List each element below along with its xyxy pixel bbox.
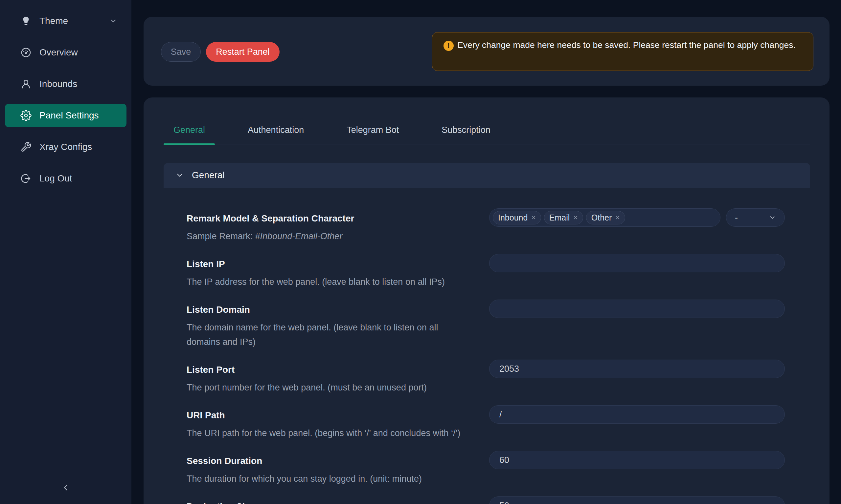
restart-panel-button[interactable]: Restart Panel — [206, 42, 279, 62]
sidebar-item-xray-configs[interactable]: Xray Configs — [5, 135, 126, 159]
sidebar-item-logout[interactable]: Log Out — [5, 167, 126, 190]
chevron-down-icon — [109, 17, 117, 25]
form-row-uri-path: URI Path The URI path for the web panel.… — [187, 405, 785, 440]
listen-port-input[interactable] — [489, 360, 785, 378]
bulb-icon — [20, 15, 32, 27]
form-row-session-duration: Session Duration The duration for which … — [187, 451, 785, 486]
tab-authentication[interactable]: Authentication — [238, 125, 314, 144]
field-label: Listen Domain — [187, 304, 469, 315]
field-description: The domain name for the web panel. (leav… — [187, 320, 469, 349]
form-row-remark: Remark Model & Separation Character Samp… — [187, 209, 785, 244]
toolbar-card: Save Restart Panel ! Every change made h… — [143, 17, 829, 86]
field-description: The URI path for the web panel. (begins … — [187, 426, 469, 440]
chevron-left-icon — [61, 483, 71, 492]
form-row-listen-ip: Listen IP The IP address for the web pan… — [187, 254, 785, 289]
chevron-down-icon — [769, 214, 776, 221]
form-row-listen-domain: Listen Domain The domain name for the we… — [187, 300, 785, 349]
sidebar-item-inbounds[interactable]: Inbounds — [5, 72, 126, 96]
sidebar-item-label: Theme — [39, 16, 68, 26]
separator-select[interactable]: - — [726, 209, 785, 227]
section-title: General — [192, 170, 225, 180]
field-label: Pagination Size — [187, 501, 469, 504]
field-description: The IP address for the web panel. (leave… — [187, 275, 469, 289]
settings-card: General Authentication Telegram Bot Subs… — [143, 97, 829, 504]
close-icon[interactable]: × — [573, 214, 578, 221]
restart-warning-alert: ! Every change made here needs to be sav… — [432, 32, 813, 71]
field-label: Listen IP — [187, 258, 469, 269]
dashboard-icon — [20, 46, 32, 59]
listen-ip-input[interactable] — [489, 254, 785, 272]
sidebar-item-label: Panel Settings — [39, 110, 99, 121]
field-description: Sample Remark: #Inbound-Email-Other — [187, 229, 469, 244]
field-label: Remark Model & Separation Character — [187, 213, 469, 224]
sidebar-item-label: Log Out — [39, 173, 72, 184]
save-button[interactable]: Save — [161, 42, 201, 62]
uri-path-input[interactable] — [489, 405, 785, 424]
tag-email: Email × — [544, 211, 583, 224]
sidebar: Theme Overview — [0, 0, 132, 504]
close-icon[interactable]: × — [615, 214, 620, 221]
session-duration-input[interactable] — [489, 451, 785, 469]
sidebar-item-theme[interactable]: Theme — [5, 9, 126, 33]
sample-remark-value: #Inbound-Email-Other — [255, 231, 343, 241]
field-label: Session Duration — [187, 455, 469, 466]
main-content: Save Restart Panel ! Every change made h… — [132, 0, 841, 504]
form-row-pagination-size: Pagination Size — [187, 497, 785, 504]
gear-icon — [20, 109, 32, 122]
alert-text: Every change made here needs to be saved… — [457, 40, 796, 50]
user-icon — [20, 78, 32, 90]
pagination-size-input[interactable] — [489, 497, 785, 504]
field-description: The port number for the web panel. (must… — [187, 380, 469, 395]
chevron-down-icon — [175, 171, 184, 179]
listen-domain-input[interactable] — [489, 300, 785, 318]
general-section-header[interactable]: General — [164, 163, 810, 188]
app-root: Theme Overview — [0, 0, 841, 504]
remark-model-multiselect[interactable]: Inbound × Email × Other × — [489, 209, 720, 227]
tag-other: Other × — [586, 211, 625, 224]
sidebar-item-label: Inbounds — [39, 79, 77, 89]
close-icon[interactable]: × — [531, 214, 535, 221]
settings-tabs: General Authentication Telegram Bot Subs… — [164, 97, 810, 144]
logout-icon — [20, 172, 32, 185]
tab-general[interactable]: General — [164, 125, 215, 144]
field-label: Listen Port — [187, 364, 469, 375]
general-form: Remark Model & Separation Character Samp… — [164, 188, 810, 504]
sidebar-collapse-button[interactable] — [58, 481, 73, 494]
sidebar-item-panel-settings[interactable]: Panel Settings — [5, 104, 126, 127]
field-description: The duration for which you can stay logg… — [187, 471, 469, 486]
form-row-listen-port: Listen Port The port number for the web … — [187, 360, 785, 395]
tab-subscription[interactable]: Subscription — [432, 125, 500, 144]
tab-telegram-bot[interactable]: Telegram Bot — [337, 125, 409, 144]
sidebar-item-label: Overview — [39, 47, 78, 58]
field-label: URI Path — [187, 410, 469, 421]
tag-inbound: Inbound × — [493, 211, 541, 224]
separator-value: - — [735, 213, 738, 223]
warning-icon: ! — [444, 41, 454, 51]
sidebar-item-overview[interactable]: Overview — [5, 41, 126, 64]
wrench-icon — [20, 141, 32, 153]
sidebar-item-label: Xray Configs — [39, 142, 92, 152]
